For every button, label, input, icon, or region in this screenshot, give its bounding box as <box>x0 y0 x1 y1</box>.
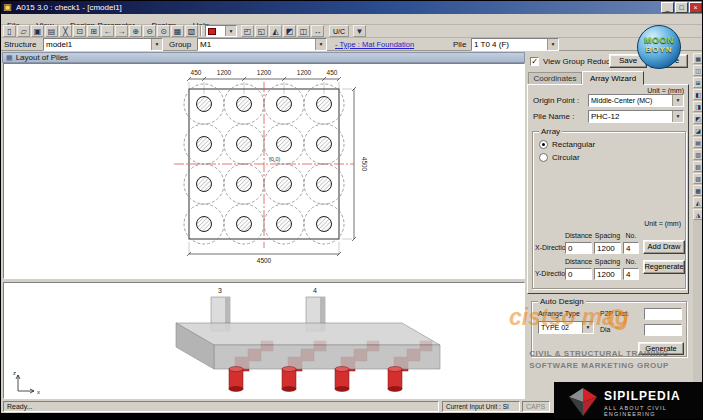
status-ready: Ready... <box>3 401 439 412</box>
right-tool-icon-6[interactable]: ◩ <box>693 113 703 124</box>
right-tool-icon-13[interactable]: ◭ <box>693 197 703 208</box>
right-tool-icon-4[interactable]: ◧ <box>693 89 703 100</box>
paste-icon[interactable]: ⊞ <box>87 25 100 37</box>
magnifier-icon <box>607 309 627 329</box>
chevron-down-icon: ▼ <box>547 39 558 50</box>
redo-icon[interactable]: → <box>115 25 128 37</box>
wireframe-view-icon[interactable]: ◫ <box>297 25 310 37</box>
cut-icon[interactable]: ╳ <box>59 25 72 37</box>
color-swatch <box>208 28 216 35</box>
right-tool-icon-7[interactable]: ◪ <box>693 125 703 136</box>
right-tool-icon-8[interactable]: ▤ <box>693 137 703 148</box>
snap-icon[interactable]: ▧ <box>185 25 198 37</box>
right-tool-icon-3[interactable]: ⊞ <box>693 77 703 88</box>
right-tool-icon-9[interactable]: ▥ <box>693 149 703 160</box>
moonboy-logo-line1: MOON <box>638 35 680 45</box>
app-icon: ▣ <box>3 2 12 13</box>
view-group-reduction-checkbox[interactable]: ✓ <box>530 57 539 66</box>
dimension-right: 4500 <box>352 87 368 241</box>
pile-name-select[interactable]: PHC-12 ▼ <box>588 110 684 123</box>
y-distance-input[interactable] <box>565 268 592 280</box>
foundation-type-link[interactable]: - Type : Mat Foundation <box>335 38 414 51</box>
right-tool-icon-5[interactable]: ◨ <box>693 101 703 112</box>
color-picker-dropdown[interactable]: ▼ <box>205 25 237 37</box>
zoom-out-icon[interactable]: ⊖ <box>143 25 156 37</box>
y-no-input[interactable] <box>623 268 639 280</box>
view-3d-area[interactable]: 3 4 z x <box>3 282 525 399</box>
rectangular-label: Rectangular <box>552 140 595 149</box>
view-iso-icon[interactable]: ◭ <box>269 25 282 37</box>
pile-select[interactable]: 1 T0 4 (F) ▼ <box>471 38 559 51</box>
x-spacing-input[interactable] <box>594 242 621 254</box>
chevron-down-icon: ▼ <box>151 39 162 50</box>
x-distance-input[interactable] <box>565 242 592 254</box>
sipilpedia-brand-box: SIPILPEDIA ALL ABOUT CIVIL ENGINEERING <box>554 382 703 420</box>
maximize-button[interactable]: □ <box>675 2 688 13</box>
print-icon[interactable]: ▤ <box>45 25 58 37</box>
regenerate-button[interactable]: Regenerate <box>643 260 685 274</box>
group-select[interactable]: M1 ▼ <box>197 38 327 51</box>
svg-text:4500: 4500 <box>257 257 272 264</box>
right-tool-icon-10[interactable]: ▧ <box>693 161 703 172</box>
right-tool-icon-11[interactable]: ▨ <box>693 173 703 184</box>
pile-label: Pile <box>453 38 466 51</box>
y-distance-header: Distance <box>565 258 592 265</box>
app-window: ▣ A015 3.0 : check1 - [cmodel1] _ □ × Fi… <box>0 0 703 420</box>
circular-radio[interactable] <box>539 153 548 162</box>
column-label-3: 3 <box>218 287 222 294</box>
x-no-input[interactable] <box>623 242 639 254</box>
dia-input[interactable] <box>644 324 682 336</box>
y-spacing-input[interactable] <box>594 268 621 280</box>
origin-point-select[interactable]: Middle-Center (MC) ▼ <box>588 94 684 107</box>
minimize-button[interactable]: _ <box>661 2 674 13</box>
y-spacing-header: Spacing <box>594 258 621 265</box>
view-top-icon[interactable]: ◰ <box>241 25 254 37</box>
add-draw-button[interactable]: Add Draw <box>643 240 685 254</box>
right-tool-icon-14[interactable]: ◮ <box>693 209 703 220</box>
rectangular-radio[interactable] <box>539 140 548 149</box>
new-icon[interactable]: ▯ <box>3 25 16 37</box>
tab-array-wizard[interactable]: Array Wizard <box>582 71 644 85</box>
right-tool-icon-1[interactable]: ▦ <box>693 53 703 64</box>
zoom-extents-icon[interactable]: ⊙ <box>157 25 170 37</box>
shaded-view-icon[interactable]: ◩ <box>283 25 296 37</box>
plan-view-area[interactable]: 450 1200 1200 1200 450 4500 4500 <box>3 63 525 279</box>
open-icon[interactable]: ▱ <box>17 25 30 37</box>
pile-3d-drawing[interactable]: 3 4 z x <box>4 283 524 398</box>
pile-plan-drawing[interactable]: 450 1200 1200 1200 450 4500 4500 <box>4 64 524 278</box>
copy-icon[interactable]: ⊡ <box>73 25 86 37</box>
undo-icon[interactable]: ← <box>101 25 114 37</box>
origin-label: (0,0) <box>269 156 280 162</box>
unit-label-top: Unit = (mm) <box>647 87 684 94</box>
layout-panel-caption: ▦Layout of Piles <box>2 52 525 63</box>
axis-indicator <box>16 375 34 393</box>
right-tool-icon-12[interactable]: ▩ <box>693 185 703 196</box>
svg-text:1200: 1200 <box>257 69 272 76</box>
toolbar-more-dropdown[interactable]: ▼ <box>353 25 366 37</box>
view-front-icon[interactable]: ◱ <box>255 25 268 37</box>
dimension-top: 450 1200 1200 1200 450 <box>187 69 341 81</box>
status-input-unit[interactable]: Current Input Unit : SI <box>442 401 520 412</box>
close-button[interactable]: × <box>689 2 702 13</box>
svg-text:450: 450 <box>327 69 338 76</box>
axis-z-label: z <box>13 370 16 376</box>
dimension-bottom: 4500 <box>187 252 341 264</box>
piles-3d-front[interactable] <box>229 367 402 392</box>
zoom-in-icon[interactable]: ⊕ <box>129 25 142 37</box>
uc-toggle-button[interactable]: U/C <box>329 25 349 37</box>
unit-label-array: Unit = (mm) <box>644 220 681 227</box>
titlebar: ▣ A015 3.0 : check1 - [cmodel1] _ □ × <box>1 1 703 14</box>
p2p-dist-input[interactable] <box>644 308 682 320</box>
status-caps: CAPS <box>522 401 550 412</box>
training-watermark-line1: CIVIL & STRUCTURAL TRAINING <box>501 349 697 358</box>
save-icon[interactable]: ▣ <box>31 25 44 37</box>
measure-icon[interactable]: ↔ <box>311 25 324 37</box>
sipilpedia-tagline: ALL ABOUT CIVIL ENGINEERING <box>604 405 703 417</box>
structure-select[interactable]: model1 ▼ <box>43 38 163 51</box>
svg-text:1200: 1200 <box>217 69 232 76</box>
grid-icon[interactable]: ▦ <box>171 25 184 37</box>
sipilpedia-brand-name: SIPILPEDIA <box>604 389 681 403</box>
training-watermark-line2: SOFTWARE MARKETING GROUP <box>501 361 697 370</box>
chevron-down-icon: ▼ <box>672 111 683 122</box>
right-tool-icon-2[interactable]: ◫ <box>693 65 703 76</box>
